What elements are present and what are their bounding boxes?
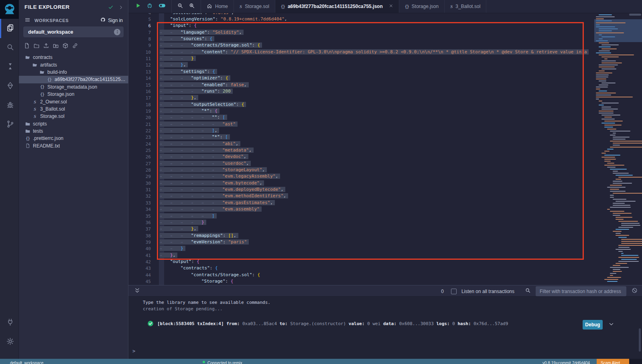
code-line-25[interactable]: →→→→→→"metadata", (160, 148, 594, 154)
code-line-16[interactable]: →→→→"runs": 200 (160, 89, 594, 95)
tree-item--prettierrc-json[interactable]: {}.prettierrc.json (19, 135, 128, 142)
code-line-26[interactable]: →→→→→→"devdoc", (160, 154, 594, 161)
publish-to-ipfs-button[interactable] (62, 42, 69, 51)
tab-3-ballot-sol[interactable]: S3_Ballot.sol (445, 0, 486, 13)
code-line-6[interactable]: "input": { (160, 23, 594, 30)
plugin-solidity-compiler[interactable] (0, 57, 19, 77)
tab-storage-sol[interactable]: SStorage.sol (234, 0, 275, 13)
code-line-5[interactable]: "solcLongVersion": "0.8.19+commit.7dd6d4… (160, 16, 594, 23)
code-line-18[interactable]: →→→"outputSelection": { (160, 102, 594, 109)
line-number-9: 9 (128, 42, 151, 49)
code-line-23[interactable]: →→→→→"*": [ (160, 134, 594, 141)
code-line-38[interactable]: →→→"remappings": [], (160, 233, 594, 240)
create-new-file-button[interactable] (24, 42, 30, 51)
code-line-14[interactable]: →→→"optimizer": { (160, 75, 594, 82)
zoom-out-button[interactable] (177, 2, 183, 10)
code-line-42[interactable]: "output": { (160, 259, 594, 266)
upload-files-button[interactable] (43, 42, 49, 51)
zoom-in-button[interactable] (189, 2, 195, 10)
tree-item-tests[interactable]: tests (19, 127, 128, 135)
code-line-30[interactable]: →→→→→→"evm.bytecode", (160, 180, 594, 187)
minimap[interactable] (594, 13, 642, 285)
transaction-filter-input[interactable] (536, 286, 626, 296)
tab-a69b43f277ba20fcac141151250ca755-json[interactable]: {}a69b43f277ba20fcac141151250ca755.json (275, 0, 399, 13)
copilot-toggle-button[interactable] (158, 2, 166, 11)
code-editor[interactable]: 4567891011121314151617181920212223242526… (128, 13, 642, 285)
code-line-33[interactable]: →→→→→→"evm.gasEstimates", (160, 200, 594, 207)
block-listen-icon[interactable] (631, 287, 638, 295)
hamburger-menu-icon[interactable] (24, 17, 30, 24)
code-line-35[interactable]: →→→→→] (160, 213, 594, 220)
code-line-28[interactable]: →→→→→→"storageLayout", (160, 167, 594, 174)
import-from-url-button[interactable] (72, 42, 78, 51)
terminal-prompt[interactable]: > (132, 348, 135, 354)
plugin-debugger[interactable] (0, 96, 19, 115)
plugin-settings[interactable] (0, 332, 19, 352)
tab-storage-json[interactable]: {}Storage.json (399, 0, 445, 13)
code-line-9[interactable]: →→→"contracts/Storage.sol": { (160, 42, 594, 49)
code-line-27[interactable]: →→→→→→"userdoc", (160, 161, 594, 168)
close-tab-icon[interactable] (389, 4, 393, 9)
code-line-37[interactable]: →→→}, (160, 226, 594, 233)
plugin-search-in-files[interactable] (0, 38, 19, 57)
tree-item-2-owner-sol[interactable]: S2_Owner.sol (19, 98, 128, 105)
code-line-45[interactable]: "Storage": { (160, 279, 594, 285)
tree-item-contracts[interactable]: contracts (19, 54, 128, 61)
scam-alert-button[interactable]: Scam Alert (597, 359, 629, 364)
tab-home[interactable]: Home (201, 0, 234, 13)
terminal-scrollbar[interactable] (639, 328, 641, 352)
code-line-15[interactable]: →→→→"enabled": false, (160, 82, 594, 89)
code-line-22[interactable]: →→→→→], (160, 128, 594, 135)
plugin-plugin-manager[interactable] (0, 313, 19, 332)
code-line-29[interactable]: →→→→→→"evm.legacyAssembly", (160, 174, 594, 180)
code-line-11[interactable]: →→→} (160, 56, 594, 63)
tree-item-storage-json[interactable]: {}Storage.json (19, 91, 128, 98)
code-line-7[interactable]: →→"language": "Solidity", (160, 30, 594, 36)
tree-item-build-info[interactable]: build-info (19, 69, 128, 76)
code-line-32[interactable]: →→→→→→"evm.methodIdentifiers", (160, 193, 594, 200)
tree-item-a69b43f277ba20fcac141151250ca7-[interactable]: {}a69b43f277ba20fcac141151250ca7... (19, 76, 128, 83)
plugin-file-explorer[interactable] (0, 19, 19, 38)
remix-logo[interactable] (0, 0, 19, 19)
chevron-right-icon[interactable] (118, 4, 124, 12)
transaction-log-row[interactable]: [block:5583405 txIndex:4] from: 0xa03...… (128, 318, 642, 330)
code-line-36[interactable]: →→→→} (160, 220, 594, 226)
debug-button[interactable]: Debug (583, 320, 603, 330)
plugin-git[interactable] (0, 115, 19, 134)
listen-all-transactions-checkbox[interactable] (451, 289, 457, 294)
run-script-button[interactable] (135, 2, 141, 10)
tree-item-artifacts[interactable]: artifacts (19, 61, 128, 68)
status-workspace-text: default_workspace (10, 361, 43, 364)
code-line-8[interactable]: →→"sources": { (160, 36, 594, 43)
code-line-40[interactable]: →→} (160, 246, 594, 253)
code-line-39[interactable]: →→→"evmVersion": "paris" (160, 239, 594, 246)
code-line-20[interactable]: →→→→→"": [ (160, 115, 594, 121)
code-line-10[interactable]: →→→→"content": "// SPDX-License-Identifi… (160, 49, 594, 56)
scrollbar-thumb[interactable] (629, 14, 641, 16)
workspace-selector[interactable]: default_workspace (23, 26, 124, 37)
remixd-connect-button[interactable] (146, 2, 153, 10)
create-new-folder-button[interactable] (33, 42, 40, 51)
collapse-terminal-icon[interactable] (134, 287, 140, 295)
terminal-body[interactable]: Type the library name to see available c… (128, 297, 642, 359)
upload-folder-button[interactable] (53, 42, 59, 51)
code-line-44[interactable]: "contracts/Storage.sol": { (160, 272, 594, 279)
code-line-31[interactable]: →→→→→→"evm.deployedBytecode", (160, 187, 594, 194)
tree-item-storage-sol[interactable]: SStorage.sol (19, 113, 128, 120)
code-line-12[interactable]: →→}, (160, 62, 594, 69)
plugin-deploy-and-run[interactable] (0, 77, 19, 96)
expand-transaction-icon[interactable] (608, 321, 614, 328)
code-line-43[interactable]: "contracts": { (160, 265, 594, 272)
code-line-21[interactable]: →→→→→→"ast" (160, 121, 594, 128)
code-line-41[interactable]: →}, (160, 253, 594, 259)
code-line-24[interactable]: →→→→→→"abi", (160, 141, 594, 148)
code-line-19[interactable]: →→→→"*": { (160, 108, 594, 115)
code-line-13[interactable]: →→"settings": { (160, 69, 594, 76)
tree-item-3-ballot-sol[interactable]: S3_Ballot.sol (19, 105, 128, 113)
code-line-17[interactable]: →→→}, (160, 95, 594, 102)
tree-item-readme-txt[interactable]: README.txt (19, 142, 128, 150)
sign-in-button[interactable]: Sign in (100, 17, 123, 24)
tree-item-storage-metadata-json[interactable]: {}Storage_metadata.json (19, 83, 128, 91)
tree-item-scripts[interactable]: scripts (19, 120, 128, 127)
code-line-34[interactable]: →→→→→→"evm.assembly" (160, 206, 594, 213)
